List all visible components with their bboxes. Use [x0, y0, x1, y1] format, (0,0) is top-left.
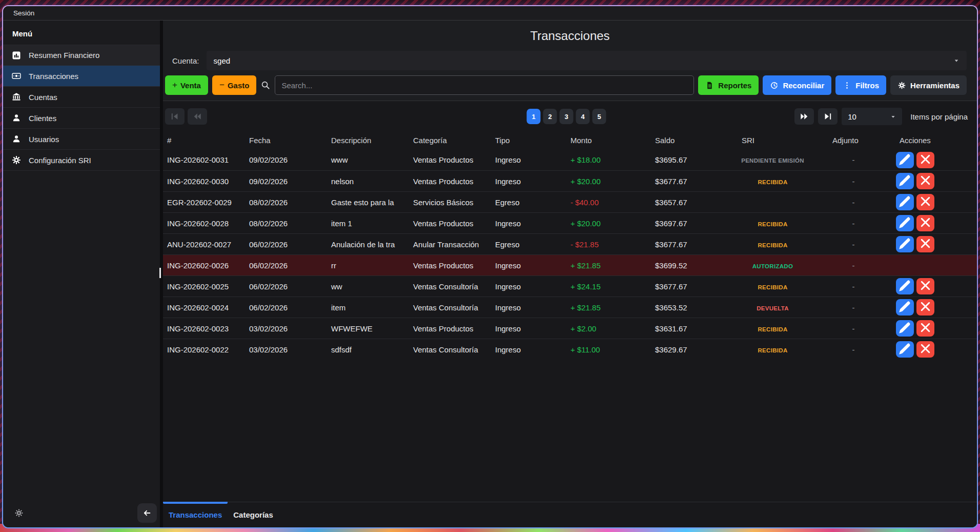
- sidebar-item-usuarios[interactable]: Usuarios: [3, 129, 160, 150]
- tab-transacciones[interactable]: Transacciones: [163, 502, 228, 527]
- x-icon: [916, 234, 934, 254]
- edit-button[interactable]: [896, 236, 914, 252]
- sidebar-item-clientes[interactable]: Clientes: [3, 108, 160, 129]
- cell-descripcion: www: [327, 155, 409, 164]
- search-input[interactable]: [275, 75, 694, 95]
- table-content: 12345 10 Items por página: [163, 101, 977, 502]
- cell-id: ANU-202602-0027: [163, 240, 245, 249]
- column-header-acciones: Acciones: [892, 136, 977, 145]
- page-button-4[interactable]: 4: [576, 109, 590, 124]
- delete-button[interactable]: [916, 152, 934, 168]
- page-button-3[interactable]: 3: [560, 109, 574, 124]
- person-icon: [11, 134, 22, 144]
- delete-button[interactable]: [916, 194, 934, 210]
- cell-monto: + $2.00: [566, 324, 651, 333]
- table-row[interactable]: ING-202602-003109/02/2026wwwVentas Produ…: [163, 149, 977, 170]
- bank-icon: [11, 92, 22, 102]
- table-row[interactable]: ING-202602-002406/02/2026itemVentas Cons…: [163, 297, 977, 318]
- app-window-inner: Sesión Menú Resumen FinancieroTransaccio…: [3, 6, 977, 527]
- delete-button[interactable]: [916, 215, 934, 231]
- column-header-categoría: Categoría: [409, 136, 491, 145]
- page-size-select[interactable]: 10: [842, 108, 902, 125]
- cell-fecha: 08/02/2026: [245, 198, 327, 207]
- text-cursor: [159, 268, 161, 278]
- cell-categoria: Ventas Productos: [409, 324, 491, 333]
- table-row[interactable]: ING-202602-002203/02/2026sdfsdfVentas Co…: [163, 339, 977, 360]
- first-page-button[interactable]: [165, 108, 185, 125]
- column-header-saldo: Saldo: [651, 136, 730, 145]
- person-icon: [11, 113, 22, 123]
- cell-acciones: [892, 215, 977, 231]
- reconciliar-button[interactable]: Reconciliar: [763, 75, 831, 95]
- desktop-wallpaper: Sesión Menú Resumen FinancieroTransaccio…: [0, 0, 980, 532]
- edit-button[interactable]: [896, 194, 914, 210]
- page-button-5[interactable]: 5: [593, 109, 606, 124]
- edit-button[interactable]: [896, 320, 914, 337]
- pencil-icon: [896, 277, 914, 296]
- table-row[interactable]: ING-202602-002606/02/2026rrVentas Produc…: [163, 254, 977, 275]
- table-row[interactable]: ANU-202602-002706/02/2026Anulación de la…: [163, 233, 977, 254]
- cell-adjunto: -: [815, 219, 892, 228]
- cell-sri: RECIBIDA: [730, 240, 815, 249]
- tab-categor-as[interactable]: Categorías: [228, 502, 279, 527]
- delete-button[interactable]: [916, 278, 934, 294]
- account-select[interactable]: sged: [207, 51, 967, 70]
- pencil-icon: [896, 171, 914, 191]
- arrow-left-icon: [142, 508, 152, 518]
- cell-acciones: [892, 299, 977, 316]
- page-button-1[interactable]: 1: [527, 109, 541, 124]
- previous-page-button[interactable]: [188, 108, 207, 125]
- x-icon: [916, 192, 934, 212]
- gasto-button[interactable]: − Gasto: [212, 75, 256, 95]
- edit-button[interactable]: [896, 173, 914, 189]
- table-row[interactable]: EGR-202602-002908/02/2026Gaste esto para…: [163, 191, 977, 212]
- cell-id: ING-202602-0022: [163, 345, 245, 354]
- herramientas-button[interactable]: Herramientas: [890, 75, 967, 95]
- edit-button[interactable]: [896, 341, 914, 358]
- pencil-icon: [896, 213, 914, 233]
- edit-button[interactable]: [896, 278, 914, 294]
- last-page-button[interactable]: [818, 108, 838, 125]
- cell-fecha: 06/02/2026: [245, 282, 327, 291]
- cell-monto: - $40.00: [566, 198, 651, 207]
- edit-button[interactable]: [896, 152, 914, 168]
- cell-descripcion: item: [327, 303, 409, 312]
- cell-id: ING-202602-0026: [163, 261, 245, 270]
- next-page-button[interactable]: [794, 108, 814, 125]
- gasto-button-label: Gasto: [228, 81, 250, 90]
- table-row[interactable]: ING-202602-002303/02/2026WFWEFWEVentas P…: [163, 318, 977, 339]
- delete-button[interactable]: [916, 320, 934, 337]
- sidebar-collapse-button[interactable]: [137, 503, 157, 523]
- cell-categoria: Ventas Consultoría: [409, 345, 491, 354]
- sidebar-item-cuentas[interactable]: Cuentas: [3, 87, 160, 108]
- delete-button[interactable]: [916, 173, 934, 189]
- sidebar-item-configuraci-n-sri[interactable]: Configuración SRI: [3, 150, 160, 171]
- sun-icon: [14, 508, 24, 518]
- sri-status-badge: RECIBIDA: [758, 284, 788, 290]
- delete-button[interactable]: [916, 341, 934, 358]
- table-row[interactable]: ING-202602-002808/02/2026item 1Ventas Pr…: [163, 212, 977, 233]
- window-body: Menú Resumen FinancieroTransaccionesCuen…: [3, 21, 977, 527]
- menu-sesion[interactable]: Sesión: [13, 9, 34, 17]
- sidebar-item-resumen-financiero[interactable]: Resumen Financiero: [3, 45, 160, 66]
- reportes-button[interactable]: Reportes: [698, 75, 759, 95]
- theme-toggle-button[interactable]: [13, 507, 25, 519]
- cell-monto: + $20.00: [566, 219, 651, 228]
- table-row[interactable]: ING-202602-003009/02/2026nelsonVentas Pr…: [163, 170, 977, 191]
- edit-button[interactable]: [896, 215, 914, 231]
- sidebar-item-transacciones[interactable]: Transacciones: [3, 66, 160, 87]
- delete-button[interactable]: [916, 299, 934, 316]
- pencil-icon: [896, 150, 914, 170]
- table-row[interactable]: ING-202602-002506/02/2026wwVentas Consul…: [163, 275, 977, 297]
- cell-adjunto: -: [815, 177, 892, 186]
- x-icon: [916, 298, 934, 317]
- delete-button[interactable]: [916, 236, 934, 252]
- account-select-value: sged: [214, 56, 231, 65]
- edit-button[interactable]: [896, 299, 914, 316]
- filtros-button[interactable]: Filtros: [835, 75, 886, 95]
- sidebar-item-label: Configuración SRI: [29, 156, 91, 165]
- page-button-2[interactable]: 2: [543, 109, 557, 124]
- venta-button[interactable]: + Venta: [165, 75, 208, 95]
- cell-sri: RECIBIDA: [730, 177, 815, 186]
- cell-saldo: $3631.67: [651, 324, 730, 333]
